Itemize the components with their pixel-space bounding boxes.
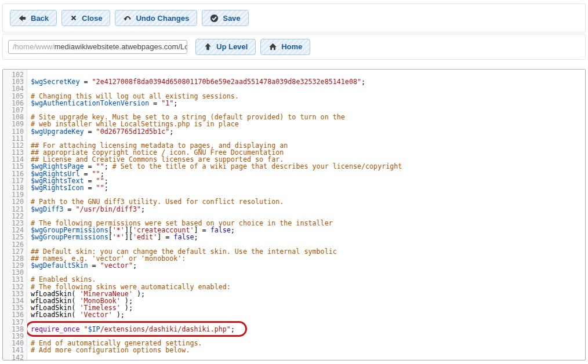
code-line[interactable]: $wgRightsUrl = ""; [31, 170, 585, 177]
toolbar: Back Close Undo Changes Save [2, 3, 586, 32]
line-number: 142 [3, 354, 24, 361]
up-level-button[interactable]: Up Level [195, 39, 256, 55]
code-line[interactable]: $wgSecretKey = "2e4127008f8da0394d650801… [31, 78, 585, 85]
house-icon [268, 42, 277, 51]
code-line[interactable]: $wgUpgradeKey = "0d267765d12d5b1c"; [31, 128, 585, 135]
code-line[interactable]: $wgDiff3 = "/usr/bin/diff3"; [31, 206, 585, 213]
line-number: 125 [3, 234, 24, 241]
line-number: 105 [3, 93, 24, 100]
code-line[interactable]: $wgGroupPermissions['*']['edit'] = false… [31, 234, 585, 241]
line-number: 137 [3, 319, 24, 326]
code-line[interactable] [31, 354, 585, 361]
arrow-up-icon [204, 42, 212, 51]
undo-arrow-icon [123, 14, 132, 23]
save-button-label: Save [223, 14, 240, 23]
line-number: 132 [3, 283, 24, 290]
line-number: 116 [3, 170, 24, 177]
close-button-label: Close [82, 14, 102, 23]
check-circle-icon [210, 14, 219, 23]
code-line[interactable]: # Add more configuration options below. [31, 347, 585, 354]
back-button-label: Back [31, 14, 49, 23]
undo-changes-button[interactable]: Undo Changes [115, 10, 197, 26]
code-line[interactable]: $wgDefaultSkin = "vector"; [31, 262, 585, 269]
gutter: 1021031041051061071081091101111121131141… [3, 70, 27, 360]
path-input[interactable]: /home/www/mediawikiwebsitete.atwebpages.… [8, 40, 187, 54]
close-button[interactable]: Close [61, 10, 110, 26]
x-mark-icon [70, 14, 78, 22]
line-number: 141 [3, 347, 24, 354]
arrow-left-icon [18, 14, 27, 23]
code-line[interactable]: $wgRightsText = ""; [31, 177, 585, 184]
up-level-button-label: Up Level [216, 42, 248, 51]
code-line[interactable]: require_once "$IP/extensions/dashiki/das… [31, 326, 585, 333]
code-lines[interactable]: $wgSecretKey = "2e4127008f8da0394d650801… [27, 70, 585, 360]
path-value: mediawikiwebsitete.atwebpages.com/Loca [55, 42, 187, 51]
save-button[interactable]: Save [202, 10, 248, 26]
line-number: 136 [3, 311, 24, 318]
code-line[interactable]: $wgRightsPage = ""; # Set to the title o… [31, 163, 585, 170]
code-line[interactable]: wfLoadSkin( 'Vector' ); [31, 311, 585, 318]
code-line[interactable]: $wgAuthenticationTokenVersion = "1"; [31, 100, 585, 107]
line-number: 131 [3, 276, 24, 283]
line-number: 110 [3, 128, 24, 135]
back-button[interactable]: Back [10, 10, 57, 26]
line-number: 104 [3, 85, 24, 92]
path-bar: /home/www/mediawikiwebsitete.atwebpages.… [2, 34, 586, 60]
line-number: 120 [3, 198, 24, 205]
line-number: 109 [3, 121, 24, 128]
line-number: 121 [3, 206, 24, 213]
line-number: 115 [3, 163, 24, 170]
line-number: 126 [3, 241, 24, 248]
code-line[interactable]: $wgRightsIcon = ""; [31, 184, 585, 191]
undo-changes-button-label: Undo Changes [136, 14, 189, 23]
path-prefix: /home/www/ [13, 42, 55, 51]
home-button[interactable]: Home [260, 39, 310, 55]
home-button-label: Home [281, 42, 302, 51]
code-editor[interactable]: 1021031041051061071081091101111121131141… [2, 69, 586, 361]
code-line[interactable] [31, 269, 585, 276]
